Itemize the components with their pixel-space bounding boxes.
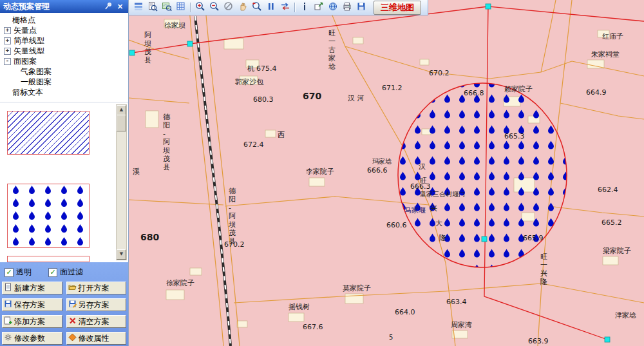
info-icon bbox=[299, 1, 310, 14]
zoom-back-button[interactable] bbox=[250, 1, 263, 14]
pattern-swatch-partial[interactable] bbox=[7, 256, 90, 262]
saveas-plan-icon bbox=[68, 300, 77, 310]
zoom-none-icon bbox=[223, 1, 234, 14]
vertex-handle[interactable] bbox=[482, 236, 487, 242]
panel-titlebar: 动态预案管理 × bbox=[0, 0, 128, 13]
scroll-up-button[interactable]: ▲ bbox=[117, 105, 126, 115]
plan-buttons: 新建方案打开方案保存方案另存方案添加方案清空方案修改参数修改属性 bbox=[2, 282, 126, 345]
grid-button[interactable] bbox=[174, 1, 187, 14]
map-label: 680 bbox=[140, 232, 159, 242]
zoom-out-icon bbox=[209, 1, 220, 14]
zoom-page-button[interactable] bbox=[146, 1, 159, 14]
zoom-map-button[interactable] bbox=[160, 1, 173, 14]
info-button[interactable] bbox=[298, 1, 311, 14]
grid-icon bbox=[176, 1, 186, 14]
layers-button[interactable] bbox=[131, 1, 145, 14]
add-plan-button[interactable]: 添加方案 bbox=[2, 315, 62, 328]
button-label: 另存方案 bbox=[79, 300, 109, 311]
map-label: 徐家坝 bbox=[164, 21, 185, 30]
map-label: 665.9 bbox=[523, 234, 544, 242]
expand-icon[interactable]: + bbox=[4, 37, 11, 44]
pause-button[interactable] bbox=[264, 1, 278, 14]
tree-item-arrow-text[interactable]: 箭标文本 bbox=[1, 87, 127, 97]
clear-plan-button[interactable]: 清空方案 bbox=[66, 315, 127, 328]
tree-item-vector-line[interactable]: +矢量线型 bbox=[1, 46, 127, 56]
map-canvas[interactable]: 徐家坝红庙子朱家祠堂旺一古家埝阿坝茂县德阳-阿坝茂县机675.4郭家沙包680.… bbox=[129, 0, 644, 346]
scroll-thumb[interactable] bbox=[117, 115, 126, 131]
pattern-swatch-hatch[interactable] bbox=[7, 111, 90, 155]
tree-item-label: 一般图案 bbox=[21, 77, 52, 88]
tree-item-label: 矢量点 bbox=[14, 25, 37, 36]
pan-button[interactable] bbox=[236, 1, 249, 14]
pattern-swatch-drops[interactable] bbox=[7, 184, 90, 248]
tree-item-raster-point[interactable]: 栅格点 bbox=[1, 15, 127, 25]
modify-props-button[interactable]: 修改属性 bbox=[66, 332, 127, 345]
map-label: 西 bbox=[278, 131, 285, 139]
tree-item-area-pattern[interactable]: -面图案 bbox=[1, 56, 127, 66]
checkbox-box[interactable]: ✓ bbox=[48, 268, 57, 277]
map-label: 670.2 bbox=[429, 69, 450, 77]
map-label: 周家湾 bbox=[451, 321, 472, 329]
tree-item-label: 气象图案 bbox=[21, 66, 52, 77]
map-view[interactable]: 徐家坝红庙子朱家祠堂旺一古家埝阿坝茂县德阳-阿坝茂县机675.4郭家沙包680.… bbox=[129, 0, 644, 346]
checkbox-box[interactable]: ✓ bbox=[5, 268, 14, 277]
button-label: 修改参数 bbox=[14, 333, 45, 344]
open-plan-button[interactable]: 打开方案 bbox=[66, 282, 127, 294]
tree-item-weather-pattern[interactable]: 气象图案 bbox=[1, 66, 127, 77]
map-label: 里家三合村堰门 bbox=[420, 191, 465, 198]
button-label: 打开方案 bbox=[79, 283, 109, 294]
map-label: 德阳-阿坝茂县 bbox=[163, 113, 171, 171]
button-label: 修改属性 bbox=[79, 333, 109, 344]
pin-icon[interactable] bbox=[103, 2, 113, 12]
map-3d-button[interactable]: 三维地图 bbox=[374, 1, 421, 15]
map-label: 汉 河 bbox=[348, 94, 365, 102]
map-label: 红庙子 bbox=[602, 32, 623, 41]
map-label: 津家埝 bbox=[615, 311, 636, 320]
new-plan-button[interactable]: 新建方案 bbox=[2, 282, 62, 294]
map-label: 660.6 bbox=[386, 221, 407, 229]
button-label: 添加方案 bbox=[14, 316, 45, 327]
export-button[interactable] bbox=[312, 1, 325, 14]
map-label: 莫家院子 bbox=[343, 284, 371, 293]
zoom-back-icon bbox=[252, 1, 262, 14]
collapse-icon[interactable]: - bbox=[4, 58, 11, 65]
print-button[interactable] bbox=[340, 1, 354, 14]
saveas-plan-button[interactable]: 另存方案 bbox=[66, 298, 127, 311]
swap-button[interactable] bbox=[278, 1, 292, 14]
modify-params-button[interactable]: 修改参数 bbox=[2, 332, 62, 345]
tree-item-general-pattern[interactable]: 一般图案 bbox=[1, 77, 127, 87]
globe-button[interactable] bbox=[326, 1, 339, 14]
map-label: 旺一古家埝 bbox=[328, 29, 336, 71]
zoom-out-button[interactable] bbox=[207, 1, 221, 14]
tree-item-simple-line[interactable]: +简单线型 bbox=[1, 35, 127, 46]
zoom-none-button[interactable] bbox=[222, 1, 235, 14]
map-label: 675.4 bbox=[256, 64, 277, 73]
save-button[interactable] bbox=[354, 1, 368, 14]
layers-icon bbox=[133, 1, 144, 14]
preview-scrollbar[interactable]: ▲ ▼ bbox=[116, 104, 127, 260]
close-icon[interactable]: × bbox=[115, 2, 125, 12]
map-label: 马家堰 bbox=[404, 206, 426, 215]
vertex-handle[interactable] bbox=[187, 41, 193, 46]
toolbar-separator bbox=[190, 3, 191, 12]
pattern-preview-list: ▲ ▼ bbox=[0, 102, 128, 262]
expand-icon[interactable]: + bbox=[4, 27, 11, 34]
map-label: 李家院子 bbox=[306, 168, 334, 176]
map-label: 赖家院子 bbox=[504, 85, 533, 93]
vertex-handle[interactable] bbox=[129, 50, 135, 55]
transparent-checkbox[interactable]: ✓透明 bbox=[5, 267, 32, 278]
scroll-down-button[interactable]: ▼ bbox=[117, 249, 126, 260]
app-window: 动态预案管理 × 栅格点+矢量点+简单线型+矢量线型-面图案气象图案一般图案箭标… bbox=[0, 0, 644, 346]
vertex-handle[interactable] bbox=[486, 4, 491, 9]
save-plan-button[interactable]: 保存方案 bbox=[2, 298, 62, 311]
add-plan-icon bbox=[4, 316, 12, 327]
tree-item-vector-point[interactable]: +矢量点 bbox=[1, 25, 127, 35]
modify-props-icon bbox=[68, 333, 77, 343]
map-label: 玛家埝 bbox=[372, 158, 392, 165]
expand-icon[interactable]: + bbox=[4, 48, 11, 55]
globe-icon bbox=[328, 1, 338, 14]
map-label: 663.9 bbox=[528, 337, 549, 345]
vertex-handle[interactable] bbox=[605, 337, 610, 342]
zoom-in-button[interactable] bbox=[193, 1, 207, 14]
face-filter-checkbox[interactable]: ✓面过滤 bbox=[48, 267, 83, 278]
